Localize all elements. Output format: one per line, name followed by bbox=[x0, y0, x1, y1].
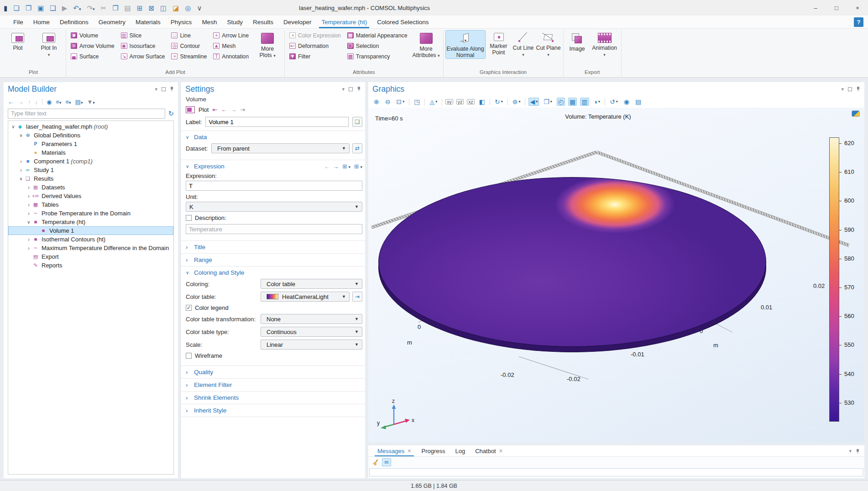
tree-item-parameters-1[interactable]: PParameters 1 bbox=[8, 140, 173, 148]
plot-thumbnail-icon[interactable] bbox=[852, 110, 860, 117]
cut-plane-button[interactable]: Cut Plane ▾ bbox=[536, 30, 561, 58]
save-icon[interactable]: ▣ bbox=[37, 5, 44, 11]
expand-section-icon[interactable]: › bbox=[186, 244, 190, 251]
expand-icon-arrow[interactable]: ▾ bbox=[59, 100, 62, 105]
copy-icon[interactable]: ❐ bbox=[112, 5, 118, 11]
volume-button[interactable]: ■Volume bbox=[68, 30, 117, 41]
rotate-icon-arrow[interactable]: ▾ bbox=[501, 100, 503, 104]
duplicate-icon[interactable]: ⊞ bbox=[137, 5, 143, 11]
tree-item-isothermal-contours-ht-[interactable]: ›■Isothermal Contours (ht) bbox=[8, 235, 173, 244]
graphics-canvas[interactable]: Time=60 s Volume: Temperature (K) 0.02 0… bbox=[368, 108, 864, 443]
tree-expand-arrow[interactable]: › bbox=[26, 202, 32, 208]
isosurface-button[interactable]: ◉Isosurface bbox=[118, 41, 168, 51]
expand-section-icon[interactable]: › bbox=[186, 381, 190, 388]
section-header[interactable]: ›Element Filter bbox=[186, 379, 362, 391]
go-to-view-icon-arrow[interactable]: ▾ bbox=[435, 100, 437, 104]
collapse-section-icon[interactable]: ∨ bbox=[186, 270, 190, 275]
ribbon-tab-home[interactable]: Home bbox=[28, 16, 55, 28]
zoom-in-icon[interactable]: ⊕ bbox=[372, 98, 381, 106]
filter-funnel-icon-arrow[interactable]: ▾ bbox=[93, 100, 95, 105]
zoom-box-icon-arrow[interactable]: ▾ bbox=[403, 100, 404, 104]
tree-expand-arrow[interactable]: › bbox=[26, 193, 32, 199]
view-xz-icon[interactable]: xz bbox=[467, 99, 475, 105]
next-expression-icon[interactable]: → bbox=[333, 163, 339, 170]
move-down-icon[interactable]: ↓ bbox=[35, 99, 38, 105]
material-appearance-button[interactable]: ▦Material Appearance bbox=[345, 30, 410, 41]
cut-icon[interactable]: ✂ bbox=[101, 5, 107, 11]
more-plots-button[interactable]: MorePlots ▾ bbox=[252, 30, 282, 59]
update-icon-arrow[interactable]: ▾ bbox=[616, 100, 618, 104]
panel-menu-icon[interactable]: ▾ bbox=[155, 86, 157, 92]
view-menu-icon-arrow[interactable]: ▾ bbox=[550, 100, 552, 104]
animation-button[interactable]: Animation▾ bbox=[590, 30, 619, 58]
insert-expression-icon[interactable]: ⊞ ▾ bbox=[354, 163, 362, 170]
rename-button[interactable]: ❏ bbox=[352, 117, 362, 127]
zoom-box-icon[interactable]: ⊡▾ bbox=[395, 98, 406, 106]
collapse-section-icon[interactable]: ∨ bbox=[186, 164, 190, 169]
tree-expand-arrow[interactable]: › bbox=[26, 210, 32, 217]
select-box-icon[interactable]: ◫ bbox=[160, 5, 167, 11]
selection-button[interactable]: ❒Selection bbox=[345, 41, 410, 51]
pin-panel-icon[interactable] bbox=[170, 86, 174, 92]
ribbon-tab-colored-selections[interactable]: Colored Selections bbox=[372, 16, 434, 28]
image-button[interactable]: Image bbox=[565, 30, 589, 52]
appearance-icon[interactable]: ◑▾ bbox=[592, 98, 601, 106]
section-header[interactable]: ›Quality bbox=[186, 366, 362, 378]
show-grid-icon[interactable]: ▦ bbox=[568, 98, 577, 106]
plot-button[interactable]: Plot bbox=[3, 30, 33, 52]
replace-expression-icon[interactable]: ⊞ ▾ bbox=[342, 163, 350, 170]
scale-select[interactable]: Linear▼ bbox=[261, 340, 362, 350]
coloring-select[interactable]: Color table▼ bbox=[261, 279, 362, 289]
tree-item-probe-temperature-in-the-domain[interactable]: ›∼Probe Temperature in the Domain bbox=[8, 209, 173, 218]
expand-section-icon[interactable]: › bbox=[186, 369, 190, 376]
tree-item-global-definitions[interactable]: ∨⊕Global Definitions bbox=[8, 131, 173, 140]
pin-panel-icon[interactable] bbox=[856, 86, 860, 92]
line-button[interactable]: □Line bbox=[168, 30, 209, 41]
qat-overflow-icon[interactable]: ∨ bbox=[197, 5, 202, 11]
undo-icon[interactable]: ↶▾ bbox=[73, 5, 81, 11]
tree-item-volume-1[interactable]: ■Volume 1 bbox=[8, 226, 173, 235]
settings-plot-button[interactable]: Plot bbox=[199, 106, 209, 113]
pin-panel-icon[interactable] bbox=[856, 449, 860, 454]
expand-section-icon[interactable]: › bbox=[186, 256, 190, 263]
panel-menu-icon[interactable]: ▾ bbox=[841, 86, 844, 92]
wireframe-checkbox[interactable] bbox=[186, 353, 192, 359]
appearance-icon-arrow[interactable]: ▾ bbox=[598, 100, 600, 104]
contour-button[interactable]: ◎Contour bbox=[168, 41, 209, 51]
tree-item-temperature-ht-[interactable]: ∨■Temperature (ht) bbox=[8, 218, 173, 226]
tree-item-results[interactable]: ∨❏Results bbox=[8, 174, 173, 183]
model-tree-nodes-icon[interactable]: ▤▾ bbox=[75, 99, 83, 105]
section-header[interactable]: ›Inherit Style bbox=[186, 404, 362, 417]
nav-forward-icon[interactable]: → bbox=[18, 99, 24, 105]
deformation-button[interactable]: ↜Deformation bbox=[287, 41, 344, 51]
tree-collapse-arrow[interactable]: ∨ bbox=[10, 124, 16, 129]
go-to-view-icon[interactable]: ◬▾ bbox=[428, 98, 439, 106]
expression-input[interactable] bbox=[186, 181, 362, 191]
expand-section-icon[interactable]: › bbox=[186, 394, 190, 401]
orbit-icon-arrow[interactable]: ▾ bbox=[518, 100, 520, 104]
view-xy-icon[interactable]: xy bbox=[445, 99, 453, 105]
undo-icon-arrow[interactable]: ▾ bbox=[79, 7, 81, 11]
help-button[interactable]: ? bbox=[854, 17, 863, 27]
redo-icon-arrow[interactable]: ▾ bbox=[93, 7, 95, 11]
pin-panel-icon[interactable] bbox=[357, 86, 361, 92]
evaluate-along-normal-button[interactable]: →▪ Evaluate Along Normal bbox=[445, 30, 486, 59]
annotation-button[interactable]: TAnnotation bbox=[210, 51, 251, 62]
scene-flip-icon[interactable]: ◧ bbox=[478, 98, 486, 106]
new-file-icon[interactable]: ❏ bbox=[13, 5, 19, 11]
color-legend-checkbox[interactable]: ✓ bbox=[186, 305, 192, 311]
nav-back-icon[interactable]: ← bbox=[8, 99, 14, 105]
filter-funnel-icon[interactable]: ▼▾ bbox=[87, 99, 94, 105]
clear-messages-icon[interactable] bbox=[373, 459, 379, 465]
rotate-icon[interactable]: ↻▾ bbox=[493, 98, 504, 106]
transparency-button[interactable]: ▩Transparency bbox=[345, 51, 410, 62]
close-button[interactable]: × bbox=[847, 0, 868, 16]
open-messages-icon[interactable]: ✉ bbox=[382, 458, 391, 466]
last-plot-icon[interactable]: ⇥ bbox=[240, 106, 245, 113]
color-expression-button[interactable]: ◑Color Expression bbox=[287, 30, 344, 41]
ribbon-tab-mesh[interactable]: Mesh bbox=[197, 16, 222, 28]
transform-select[interactable]: None▼ bbox=[261, 314, 362, 324]
save-as-icon[interactable]: ❑ bbox=[50, 5, 56, 11]
tree-item-materials[interactable]: ●Materials bbox=[8, 148, 173, 157]
float-panel-icon[interactable] bbox=[349, 87, 353, 91]
